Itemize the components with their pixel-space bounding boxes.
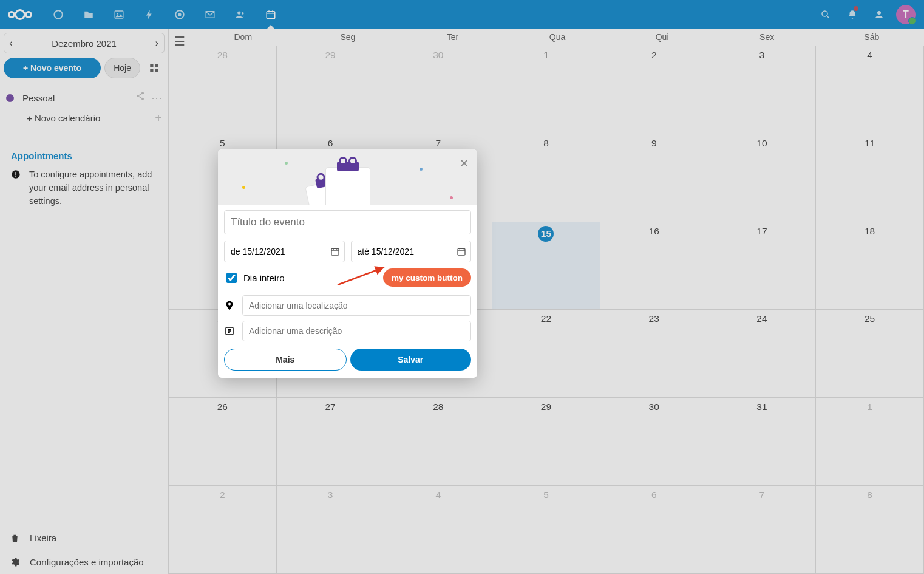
allday-text: Dia inteiro xyxy=(243,273,285,283)
calendar-icon xyxy=(330,247,340,256)
allday-checkbox-label[interactable]: Dia inteiro xyxy=(224,271,285,285)
description-input[interactable] xyxy=(242,321,471,341)
more-button[interactable]: Mais xyxy=(224,349,347,371)
description-icon xyxy=(224,326,235,337)
date-from-input[interactable] xyxy=(224,241,345,262)
location-icon xyxy=(224,300,235,311)
svg-rect-21 xyxy=(331,248,339,255)
location-input[interactable] xyxy=(242,295,471,316)
location-row xyxy=(224,295,471,316)
modal-body: Dia inteiro my custom button Mais Salvar xyxy=(218,205,477,378)
modal-actions: Mais Salvar xyxy=(224,349,471,371)
save-button[interactable]: Salvar xyxy=(350,349,472,371)
date-row xyxy=(224,241,471,262)
calendar-icon xyxy=(457,247,466,256)
allday-row: Dia inteiro my custom button xyxy=(224,268,471,287)
date-to-input[interactable] xyxy=(351,241,472,262)
description-row xyxy=(224,321,471,341)
event-modal: ✕ Dia inteiro my custom button xyxy=(218,149,477,378)
custom-button[interactable]: my custom button xyxy=(383,268,471,287)
modal-illustration: ✕ xyxy=(218,149,477,205)
event-title-input[interactable] xyxy=(224,210,471,234)
allday-checkbox[interactable] xyxy=(226,273,237,283)
close-icon[interactable]: ✕ xyxy=(460,157,469,170)
svg-rect-22 xyxy=(458,248,465,255)
